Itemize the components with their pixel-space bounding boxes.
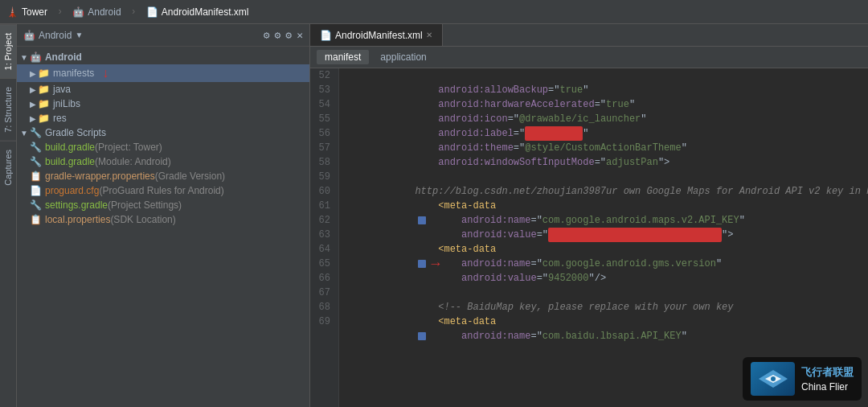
tree-local-props-label: local.properties [45, 214, 110, 225]
tree-res-label: res [53, 113, 67, 124]
sidebar-header: 🤖 Android ▼ ⚙ ⚙ ⚙ ✕ [17, 24, 309, 47]
tree-gradle-scripts-label: Gradle Scripts [45, 127, 106, 138]
tree-build-gradle-project-detail: (Project: Tower) [95, 142, 162, 153]
editor-tabs: 📄 AndroidManifest.xml ✕ [310, 24, 868, 47]
tree-expand-arrow: ▶ [30, 85, 36, 94]
tree-jnilibs-label: jniLibs [53, 98, 80, 109]
watermark-line1: 飞行者联盟 [801, 365, 854, 380]
watermark-logo [751, 362, 795, 396]
tower-icon: 🗼 [6, 6, 18, 18]
sidebar-title: 🤖 Android ▼ [23, 30, 83, 41]
tree-expand-arrow: ▶ [30, 69, 36, 78]
project-sidebar: 🤖 Android ▼ ⚙ ⚙ ⚙ ✕ ▼ 🤖 Android [17, 24, 310, 407]
editor-area: 📄 AndroidManifest.xml ✕ manifest applica… [310, 24, 868, 407]
project-tree: ▼ 🤖 Android ▶ 📁 manifests ↓ ▶ 📁 java [17, 47, 309, 407]
tree-expand-arrow: ▼ [20, 129, 28, 138]
tree-manifests-label: manifests [53, 68, 94, 79]
manifest-tab-icon: 📄 [320, 30, 332, 41]
manifest-tab-label: AndroidManifest.xml [335, 30, 423, 41]
tree-settings-gradle-detail: (Project Settings) [108, 199, 182, 211]
tree-android-root[interactable]: ▼ 🤖 Android [17, 50, 309, 64]
settings-gradle-icon: 🔧 [30, 199, 42, 211]
tree-jnilibs[interactable]: ▶ 📁 jniLibs [17, 97, 309, 111]
captures-panel-tab[interactable]: Captures [0, 141, 16, 194]
tree-build-gradle-project[interactable]: 🔧 build.gradle (Project: Tower) [17, 140, 309, 154]
code-line-62: android:value=" "> → [346, 213, 868, 228]
options-icon[interactable]: ⚙ [285, 29, 292, 42]
local-props-icon: 📋 [30, 214, 42, 225]
tree-manifests[interactable]: ▶ 📁 manifests ↓ [17, 64, 309, 82]
android-breadcrumb-label: Android [88, 6, 121, 18]
tree-gradle-wrapper-detail: (Gradle Version) [155, 171, 225, 182]
android-breadcrumb-icon: 🤖 [72, 6, 84, 18]
tree-proguard[interactable]: 📄 proguard.cfg (ProGuard Rules for Andro… [17, 183, 309, 198]
code-nav-tabs: manifest application [310, 47, 868, 68]
tree-gradle-scripts[interactable]: ▼ 🔧 Gradle Scripts [17, 125, 309, 140]
line-numbers: 52 53 54 55 56 57 58 59 60 61 62 63 64 6… [310, 68, 339, 407]
red-arrow-api-key: → [431, 256, 440, 272]
code-content: android:allowBackup="true" android:hardw… [339, 68, 868, 407]
gradle-module-icon: 🔧 [30, 156, 42, 167]
structure-panel-tab[interactable]: 7: Structure [0, 78, 16, 141]
folder-icon: 📁 [38, 84, 50, 95]
breadcrumb-tower[interactable]: 🗼 Tower [6, 6, 47, 18]
tower-label: Tower [22, 6, 47, 18]
cfg-icon: 📄 [30, 185, 42, 196]
tree-settings-gradle[interactable]: 🔧 settings.gradle (Project Settings) [17, 198, 309, 212]
tree-proguard-label: proguard.cfg [45, 185, 99, 196]
sync-icon[interactable]: ⚙ [264, 29, 270, 42]
manifest-breadcrumb-label: AndroidManifest.xml [162, 6, 249, 18]
breadcrumb-android[interactable]: 🤖 Android [72, 6, 121, 18]
main-area: 1: Project 7: Structure Captures 🤖 Andro… [0, 24, 868, 407]
tree-build-gradle-project-label: build.gradle [45, 142, 95, 153]
tree-expand-arrow: ▼ [20, 53, 28, 62]
close-sidebar-icon[interactable]: ✕ [297, 29, 303, 42]
dropdown-arrow-icon[interactable]: ▼ [75, 31, 83, 39]
plane-icon [757, 367, 789, 391]
folder-icon: 📁 [38, 113, 50, 124]
tree-local-props[interactable]: 📋 local.properties (SDK Location) [17, 212, 309, 227]
side-panel-tabs: 1: Project 7: Structure Captures [0, 24, 17, 407]
folder-icon: 📁 [38, 68, 50, 79]
props-icon: 📋 [30, 171, 42, 182]
watermark-line2: China Flier [801, 381, 854, 393]
android-project-icon: 🤖 [23, 30, 35, 41]
close-tab-button[interactable]: ✕ [426, 31, 432, 39]
tree-build-gradle-module[interactable]: 🔧 build.gradle (Module: Android) [17, 154, 309, 169]
sidebar-actions: ⚙ ⚙ ⚙ ✕ [264, 29, 303, 42]
code-editor[interactable]: 52 53 54 55 56 57 58 59 60 61 62 63 64 6… [310, 68, 868, 407]
project-panel-tab[interactable]: 1: Project [0, 24, 16, 78]
sidebar-project-label: Android [39, 30, 72, 41]
editor-tab-manifest[interactable]: 📄 AndroidManifest.xml ✕ [310, 24, 443, 46]
tree-expand-arrow: ▶ [30, 114, 36, 123]
tree-local-props-detail: (SDK Location) [110, 214, 175, 225]
manifest-breadcrumb-icon: 📄 [146, 6, 158, 18]
tree-build-gradle-module-detail: (Module: Android) [95, 156, 171, 167]
tree-android-label: Android [45, 51, 82, 63]
code-line-59: http://blog.csdn.net/zhoujian3987ur own … [346, 170, 868, 184]
watermark-text: 飞行者联盟 China Flier [801, 365, 854, 393]
settings-icon[interactable]: ⚙ [275, 29, 281, 42]
tree-proguard-detail: (ProGuard Rules for Android) [99, 185, 223, 196]
code-nav-tab-manifest[interactable]: manifest [317, 50, 369, 64]
tree-expand-arrow: ▶ [30, 100, 36, 109]
watermark: 飞行者联盟 China Flier [743, 357, 862, 401]
tree-settings-gradle-label: settings.gradle [45, 199, 108, 211]
code-nav-tab-application[interactable]: application [372, 50, 434, 64]
code-line-67: <!-- BaiduMap key, please replace with y… [346, 286, 868, 300]
red-arrow-manifests: ↓ [102, 66, 108, 80]
tree-gradle-wrapper-label: gradle-wrapper.properties [45, 171, 155, 182]
gradle-file-icon: 🔧 [30, 142, 42, 153]
top-bar: 🗼 Tower › 🤖 Android › 📄 AndroidManifest.… [0, 0, 868, 24]
code-line-52: android:allowBackup="true" [346, 68, 868, 83]
svg-point-2 [771, 376, 776, 381]
android-icon: 🤖 [30, 51, 42, 63]
tree-gradle-wrapper[interactable]: 📋 gradle-wrapper.properties (Gradle Vers… [17, 169, 309, 183]
tree-java[interactable]: ▶ 📁 java [17, 82, 309, 97]
tree-build-gradle-module-label: build.gradle [45, 156, 95, 167]
gradle-group-icon: 🔧 [30, 127, 42, 138]
tree-java-label: java [53, 84, 71, 95]
folder-icon: 📁 [38, 98, 50, 109]
breadcrumb-manifest[interactable]: 📄 AndroidManifest.xml [146, 6, 249, 18]
tree-res[interactable]: ▶ 📁 res [17, 111, 309, 125]
